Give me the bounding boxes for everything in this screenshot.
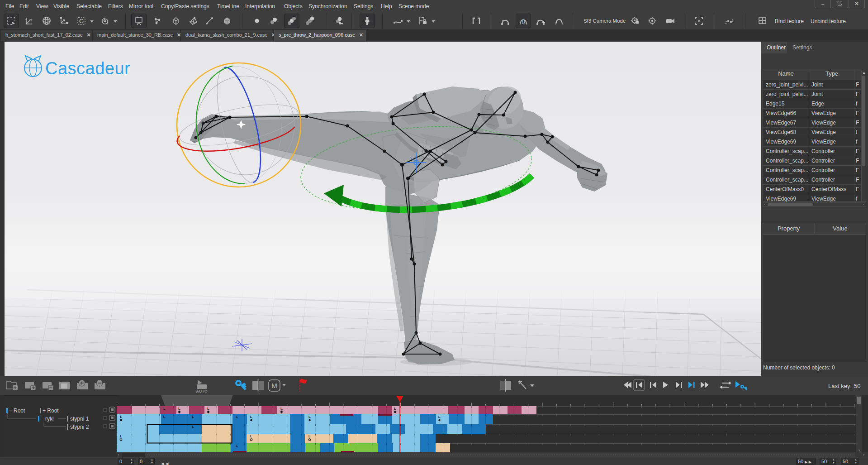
svg-text:L: L	[163, 415, 166, 419]
svg-text:Last key:: Last key:	[828, 383, 852, 389]
svg-text:L: L	[192, 415, 194, 419]
svg-text:M: M	[271, 382, 277, 389]
svg-text:50: 50	[854, 383, 860, 389]
svg-text:L: L	[438, 415, 441, 419]
svg-text:– ryki: – ryki	[41, 416, 54, 422]
svg-text:G: G	[79, 18, 84, 24]
svg-text:stypni 2: stypni 2	[70, 424, 89, 430]
svg-text:‹: ‹	[118, 452, 119, 457]
svg-text:L: L	[120, 434, 122, 438]
svg-text:L: L	[236, 415, 238, 419]
svg-text:stypni 1: stypni 1	[70, 416, 89, 422]
svg-text:L: L	[236, 444, 238, 448]
svg-text:L: L	[207, 407, 209, 411]
svg-text:L: L	[308, 415, 311, 419]
svg-text:L: L	[280, 407, 283, 411]
svg-text:L: L	[250, 415, 252, 419]
svg-text:– Root: – Root	[9, 407, 25, 414]
svg-text:L: L	[163, 407, 166, 411]
svg-text:L: L	[178, 407, 180, 411]
svg-text:L: L	[308, 434, 311, 438]
svg-text:L: L	[394, 407, 396, 411]
svg-text:L: L	[192, 425, 194, 429]
svg-text:+ Root: + Root	[43, 407, 59, 414]
svg-text:L: L	[250, 434, 252, 438]
svg-text:U: U	[522, 20, 525, 25]
svg-text:Cascadeur: Cascadeur	[45, 59, 130, 78]
svg-text:›: ›	[863, 452, 864, 457]
svg-text:AUTO: AUTO	[196, 389, 207, 393]
svg-text:L: L	[120, 415, 122, 419]
svg-text:⌄: ⌄	[858, 447, 861, 451]
